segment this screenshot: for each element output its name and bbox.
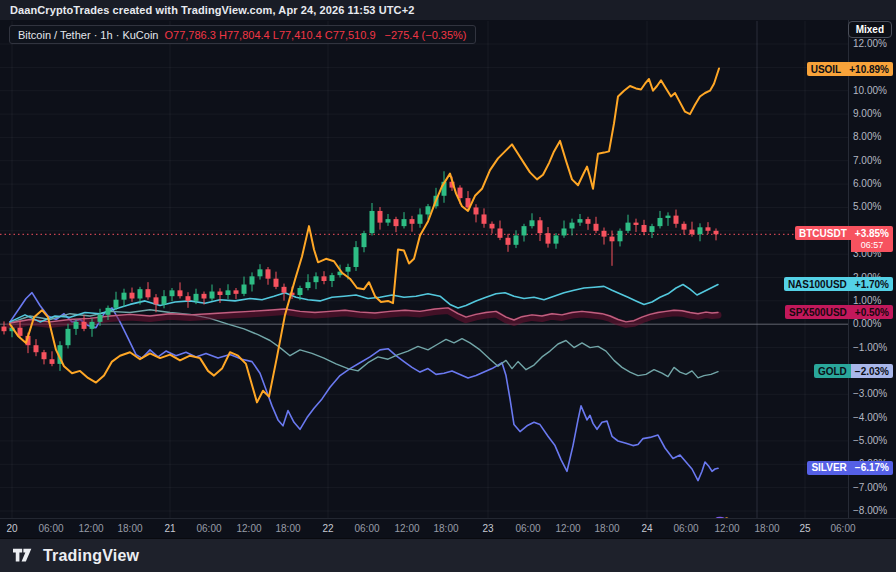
time-axis-label: 06:00 bbox=[38, 523, 63, 534]
time-axis-label: 06:00 bbox=[830, 523, 855, 534]
chart-area[interactable]: Bitcoin / Tether · 1h · KuCoin O77,786.3… bbox=[0, 20, 896, 518]
symbol-legend[interactable]: Bitcoin / Tether · 1h · KuCoin O77,786.3… bbox=[9, 25, 476, 44]
time-axis-label: 12:00 bbox=[236, 523, 261, 534]
y-axis-label: −1.00% bbox=[853, 342, 887, 354]
market-status-badge: Mixed bbox=[848, 21, 892, 38]
series-name: USOIL bbox=[807, 62, 846, 76]
series-change-value: −6.17% bbox=[851, 461, 893, 475]
time-axis-label: 24 bbox=[641, 523, 652, 534]
time-axis-label: 25 bbox=[799, 523, 810, 534]
footer-bar: TradingView bbox=[0, 538, 896, 572]
bar-countdown: 06:57 bbox=[851, 240, 893, 252]
y-axis-label: −3.00% bbox=[853, 388, 887, 400]
price-label-btcusdt: BTCUSDT+3.85%06:57 bbox=[795, 226, 893, 252]
y-axis-label: −7.00% bbox=[853, 482, 887, 494]
time-axis-label: 18:00 bbox=[433, 523, 458, 534]
series-name: BTCUSDT bbox=[795, 226, 851, 240]
ohlc-values: O77,786.3 H77,804.4 L77,410.4 C77,510.9 bbox=[164, 29, 378, 41]
time-axis-label: 21 bbox=[164, 523, 175, 534]
time-axis-label: 18:00 bbox=[275, 523, 300, 534]
change-value: −275.4 (−0.35%) bbox=[385, 29, 467, 41]
series-name: NAS100USD bbox=[784, 277, 851, 291]
series-change-value: +0.50% bbox=[851, 305, 893, 319]
price-chart-canvas[interactable] bbox=[0, 20, 896, 538]
time-axis-label: 06:00 bbox=[515, 523, 540, 534]
price-label-nas100usd: NAS100USD+1.70% bbox=[784, 277, 893, 291]
ohlc-o: O77,786.3 bbox=[164, 29, 218, 41]
y-axis-label: −5.00% bbox=[853, 435, 887, 447]
price-label-silver: SILVER−6.17% bbox=[807, 461, 893, 475]
time-axis[interactable]: 2006:0012:0018:002106:0012:0018:002206:0… bbox=[0, 518, 896, 538]
ohlc-l: L77,410.4 bbox=[273, 29, 325, 41]
y-axis-label: 10.00% bbox=[853, 85, 887, 97]
time-axis-label: 18:00 bbox=[594, 523, 619, 534]
time-axis-label: 23 bbox=[482, 523, 493, 534]
series-name: SILVER bbox=[807, 461, 850, 475]
tradingview-logo-icon[interactable] bbox=[13, 548, 35, 563]
price-label-gold: GOLD−2.03% bbox=[814, 364, 893, 378]
y-axis-label: −8.00% bbox=[853, 505, 887, 517]
tradingview-wordmark[interactable]: TradingView bbox=[43, 547, 139, 565]
time-axis-label: 12:00 bbox=[555, 523, 580, 534]
series-change-value: +10.89% bbox=[845, 62, 893, 76]
ohlc-c: C77,510.9 bbox=[325, 29, 379, 41]
ohlc-h: H77,804.4 bbox=[219, 29, 273, 41]
time-axis-label: 12:00 bbox=[394, 523, 419, 534]
y-axis-label: 9.00% bbox=[853, 108, 881, 120]
time-axis-label: 06:00 bbox=[196, 523, 221, 534]
time-axis-label: 06:00 bbox=[673, 523, 698, 534]
attribution-bar: DaanCryptoTrades created with TradingVie… bbox=[0, 0, 896, 20]
time-axis-label: 20 bbox=[6, 523, 17, 534]
y-axis-label: 8.00% bbox=[853, 131, 881, 143]
y-axis-label: 5.00% bbox=[853, 201, 881, 213]
time-axis-label: 12:00 bbox=[78, 523, 103, 534]
y-axis-label: 0.00% bbox=[853, 318, 881, 330]
series-change-value: −2.03% bbox=[851, 364, 893, 378]
series-change-value: +1.70% bbox=[851, 277, 893, 291]
series-change-value: +3.85% bbox=[851, 226, 893, 240]
series-name: GOLD bbox=[814, 364, 851, 378]
time-axis-label: 18:00 bbox=[117, 523, 142, 534]
y-axis-label: 6.00% bbox=[853, 178, 881, 190]
y-axis-label: 12.00% bbox=[853, 38, 887, 50]
time-axis-label: 06:00 bbox=[354, 523, 379, 534]
y-axis-label: 7.00% bbox=[853, 155, 881, 167]
time-axis-label: 18:00 bbox=[754, 523, 779, 534]
attribution-text: DaanCryptoTrades created with TradingVie… bbox=[10, 4, 414, 16]
price-label-usoil: USOIL+10.89% bbox=[807, 62, 893, 76]
tradingview-published-chart: { "attribution": "DaanCryptoTrades creat… bbox=[0, 0, 896, 572]
symbol-title: Bitcoin / Tether · 1h · KuCoin bbox=[18, 29, 158, 41]
time-axis-label: 22 bbox=[322, 523, 333, 534]
time-axis-label: 12:00 bbox=[714, 523, 739, 534]
y-axis-label: −4.00% bbox=[853, 412, 887, 424]
series-name: SPX500USD bbox=[785, 305, 851, 319]
price-label-spx500usd: SPX500USD+0.50% bbox=[785, 305, 893, 319]
